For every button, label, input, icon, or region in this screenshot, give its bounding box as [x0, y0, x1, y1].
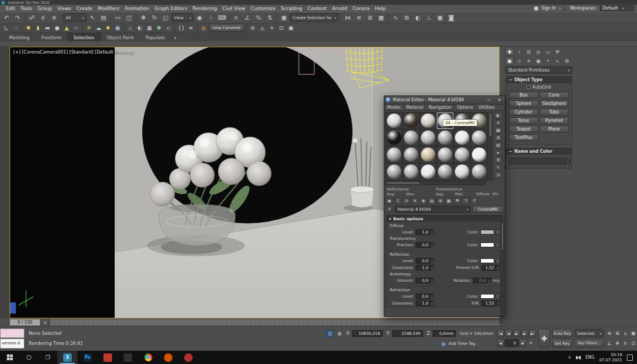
refraction-glossiness-spinner[interactable]: 1,0: [416, 300, 434, 306]
named-selection-sets-dropdown[interactable]: Create Selection Se▾: [290, 13, 339, 22]
object-type-torus-button[interactable]: Torus: [509, 117, 538, 124]
play-button[interactable]: ▶: [513, 330, 520, 337]
viewport-label[interactable]: [+] [CoronaCamera001] [Standard] [Defaul…: [13, 49, 135, 55]
render-setup-icon[interactable]: ♨: [424, 13, 434, 23]
show-end-result-icon[interactable]: ⚑: [453, 197, 461, 204]
macro-recorder-field[interactable]: [0, 328, 24, 338]
menu-rendering[interactable]: Rendering: [190, 6, 220, 11]
proxy-box-icon[interactable]: ◇: [164, 24, 173, 32]
material-swatch-23[interactable]: [471, 163, 487, 180]
workspace-dropdown[interactable]: Default ▾: [600, 5, 634, 11]
fresnel-ior-spinner[interactable]: 1,52: [481, 265, 500, 271]
set-key-button[interactable]: Set Key: [552, 339, 572, 348]
show-map-in-viewport-icon[interactable]: ▦: [445, 197, 453, 204]
go-to-start-button[interactable]: |◀: [497, 330, 504, 337]
material-swatch-18[interactable]: [386, 163, 402, 180]
search-button[interactable]: [19, 351, 38, 364]
use-pivot-point-icon[interactable]: ◉: [194, 13, 205, 23]
material-swatch-11[interactable]: [471, 129, 487, 146]
speaker-icon[interactable]: [576, 356, 581, 360]
curve-editor-icon[interactable]: ∿: [390, 13, 401, 23]
material-swatch-19[interactable]: [403, 163, 419, 180]
taskbar-app-dark[interactable]: [118, 351, 138, 364]
reflection-level-spinner[interactable]: 0,0: [416, 258, 434, 264]
material-ball-icon[interactable]: ◐: [135, 24, 144, 32]
geometry-tab[interactable]: ◉: [505, 57, 514, 65]
menu-content[interactable]: Content: [305, 6, 329, 11]
select-and-manipulate-icon[interactable]: ☝: [205, 13, 216, 23]
window-crossing-toggle-icon[interactable]: ◫: [124, 13, 134, 23]
menu-graph-editors[interactable]: Graph Editors: [152, 6, 190, 11]
material-swatch-13[interactable]: [403, 146, 419, 163]
ribbon-tab-object-paint[interactable]: Object Paint: [101, 34, 140, 41]
material-editor-menu-material[interactable]: Material: [403, 105, 426, 110]
spinner-snap-icon[interactable]: ⇅: [264, 13, 275, 23]
systems-tab[interactable]: ⚙: [563, 57, 571, 65]
object-type-sphere-button[interactable]: Sphere: [509, 100, 538, 107]
pan-icon[interactable]: ✥: [614, 339, 621, 348]
sphere-primitive-icon[interactable]: ●: [53, 24, 62, 32]
array-tool-icon[interactable]: ∷: [11, 24, 20, 32]
object-type-tube-button[interactable]: Tube: [540, 109, 569, 116]
sign-in-caret-icon[interactable]: ▾: [559, 6, 561, 10]
motion-tab[interactable]: ◎: [534, 48, 543, 56]
material-editor-menu-modes[interactable]: Modes: [384, 105, 403, 110]
background-icon[interactable]: ▦: [494, 127, 503, 134]
material-swatch-20[interactable]: [420, 163, 436, 180]
put-to-scene-icon[interactable]: ↥: [394, 197, 402, 204]
render-production-icon[interactable]: ◙: [446, 13, 457, 23]
backlight-icon[interactable]: ☀: [494, 119, 503, 126]
object-type-teapot-button[interactable]: Teapot: [509, 126, 538, 133]
teapot-render-icon[interactable]: ♨: [126, 24, 135, 32]
modify-tab[interactable]: ≀: [515, 48, 523, 56]
space-warps-tab[interactable]: ∿: [553, 57, 562, 65]
redo-icon[interactable]: ↷: [12, 13, 23, 23]
current-frame-field[interactable]: 0: [505, 339, 519, 347]
next-frame-button[interactable]: ▶: [521, 330, 528, 337]
add-time-tag[interactable]: Add Time Tag: [449, 341, 475, 346]
reference-coordinate-dropdown[interactable]: View▾: [171, 13, 194, 22]
taskbar-app-photoshop[interactable]: Ps: [78, 351, 98, 364]
script-braces-icon[interactable]: {}: [177, 24, 186, 32]
basic-options-rollout-header[interactable]: ▾ Basic options: [386, 215, 503, 222]
material-swatch-21[interactable]: [437, 163, 453, 180]
minimize-icon[interactable]: —: [485, 97, 493, 103]
diffuse-level-spinner[interactable]: 1,0: [416, 229, 434, 235]
material-name-dropdown[interactable]: Material #34589 ▾: [395, 206, 471, 213]
material-swatch-17[interactable]: [471, 146, 487, 163]
cylinder-primitive-icon[interactable]: ▮: [33, 24, 42, 32]
get-material-icon[interactable]: ◉: [385, 197, 393, 204]
key-mode-toggle-icon[interactable]: ✦: [527, 339, 535, 347]
previous-frame-button[interactable]: ◀: [505, 330, 512, 337]
display-tab[interactable]: ▭: [544, 48, 552, 56]
material-swatch-12[interactable]: [386, 146, 402, 163]
object-type-rollout-header[interactable]: − Object Type: [506, 76, 572, 83]
zoom-icon[interactable]: ⊕: [606, 328, 613, 338]
select-by-name-icon[interactable]: ▤: [98, 13, 109, 23]
previous-key-button[interactable]: ◀: [497, 339, 504, 347]
object-color-swatch[interactable]: [569, 158, 570, 164]
language-indicator[interactable]: ENG: [586, 355, 595, 360]
material-swatch-22[interactable]: [454, 163, 470, 180]
make-preview-icon[interactable]: ▸: [494, 149, 503, 156]
clock[interactable]: 20:19 07.07.2021: [599, 352, 622, 362]
schematic-view-icon[interactable]: ⊞: [401, 13, 412, 23]
keyboard-shortcut-override-icon[interactable]: ⌨: [217, 13, 227, 23]
menu-create[interactable]: Create: [74, 6, 95, 11]
corona-converter-button[interactable]: rona Converte: [209, 24, 245, 32]
corona-lister-icon[interactable]: ≣: [248, 24, 257, 32]
zoom-all-icon[interactable]: ⊞: [614, 328, 621, 338]
autogrid-checkbox[interactable]: [527, 85, 530, 89]
cameras-tab[interactable]: ▣: [534, 57, 543, 65]
corona-scatter-icon[interactable]: ✳: [268, 24, 277, 32]
object-type-cylinder-button[interactable]: Cylinder: [509, 109, 538, 116]
object-type-geosphere-button[interactable]: GeoSphere: [540, 100, 569, 107]
translucency-color-swatch[interactable]: [480, 242, 494, 247]
hierarchy-tab[interactable]: ⊟: [524, 48, 533, 56]
reflection-glossiness-spinner[interactable]: 1,0: [416, 265, 434, 271]
menu-customize[interactable]: Customize: [248, 6, 278, 11]
sign-in-link[interactable]: Sign In: [541, 6, 556, 11]
track-bar[interactable]: [50, 319, 500, 326]
next-key-button[interactable]: ▶: [519, 339, 527, 347]
key-mode-dropdown[interactable]: Selected ▾: [574, 329, 604, 337]
